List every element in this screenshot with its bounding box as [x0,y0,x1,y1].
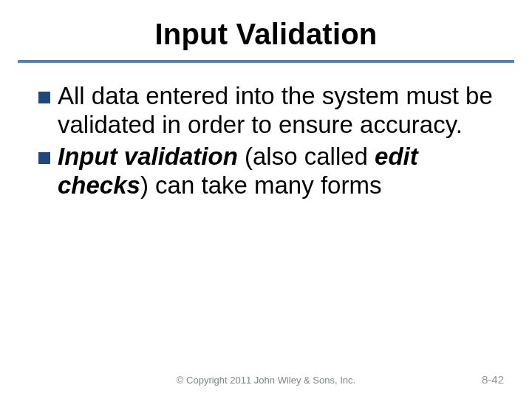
page-number: 8-42 [482,373,504,386]
text-run-bold-italic: Input validation [58,143,238,170]
bullet-square-icon [38,92,50,103]
slide: Input Validation All data entered into t… [0,0,532,399]
slide-title: Input Validation [0,0,532,58]
bullet-text: Input validation (also called edit check… [58,143,498,200]
slide-body: All data entered into the system must be… [0,63,532,200]
bullet-item: All data entered into the system must be… [38,82,498,140]
text-run: ) can take many forms [140,171,381,199]
bullet-item: Input validation (also called edit check… [38,143,498,200]
bullet-square-icon [38,152,50,164]
text-run: All data entered into the system must be… [58,82,493,138]
copyright-text: © Copyright 2011 John Wiley & Sons, Inc. [0,375,532,386]
text-run: (also called [238,143,375,170]
bullet-text: All data entered into the system must be… [58,82,498,140]
